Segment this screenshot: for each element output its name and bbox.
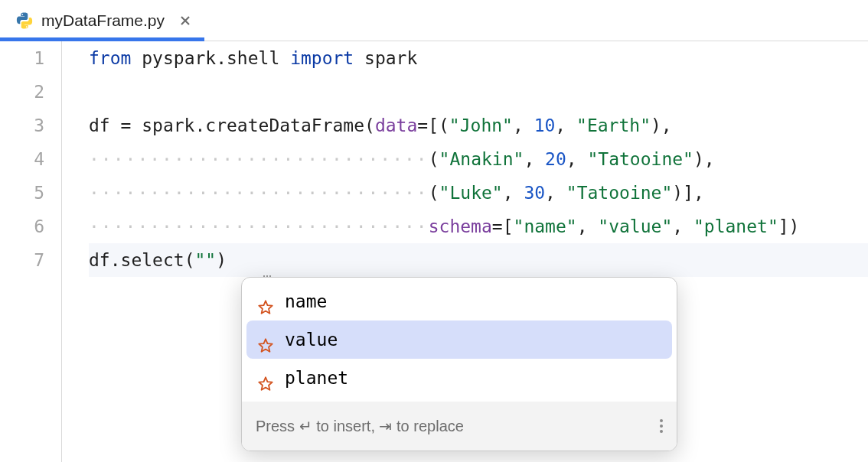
tab-bar: myDataFrame.py bbox=[0, 0, 868, 41]
code-content[interactable]: from pyspark.shell import spark df = spa… bbox=[61, 41, 868, 462]
code-text: df. bbox=[89, 250, 121, 270]
completion-hint: Press ↵ to insert, ⇥ to replace bbox=[242, 402, 677, 451]
string-literal: "Tatooine" bbox=[587, 149, 693, 169]
string-literal: "name" bbox=[514, 216, 577, 236]
string-literal: "planet" bbox=[693, 216, 778, 236]
code-line[interactable] bbox=[89, 75, 868, 109]
line-number: 5 bbox=[0, 176, 44, 210]
completion-popup: name value planet Press ↵ to insert, ⇥ t… bbox=[241, 277, 677, 451]
paren: ( bbox=[184, 250, 195, 270]
code-line[interactable]: ····························schema=["nam… bbox=[89, 210, 868, 243]
completion-label: planet bbox=[285, 361, 348, 395]
code-line-current[interactable]: df.select("") bbox=[89, 243, 868, 277]
completion-item-planet[interactable]: planet bbox=[246, 359, 672, 397]
line-number: 7 bbox=[0, 243, 44, 277]
line-number-gutter: 1 2 3 4 5 6 7 bbox=[0, 41, 61, 462]
code-line[interactable]: ····························("Anakin", 2… bbox=[89, 142, 868, 176]
paren: ( bbox=[364, 116, 375, 135]
code-text: df = spark. bbox=[89, 116, 205, 135]
string-literal: "Earth" bbox=[576, 116, 651, 135]
indent-guide: ···························· bbox=[89, 183, 429, 203]
line-number: 1 bbox=[0, 41, 44, 75]
python-file-icon bbox=[15, 11, 34, 30]
number-literal: 30 bbox=[524, 183, 545, 203]
punct: =[ bbox=[417, 116, 439, 135]
string-literal: "John" bbox=[449, 116, 513, 135]
editor-area[interactable]: 1 2 3 4 5 6 7 from pyspark.shell import … bbox=[0, 41, 868, 462]
line-number: 4 bbox=[0, 142, 44, 176]
module-path: pyspark.shell bbox=[142, 48, 279, 68]
string-literal: "Tatooine" bbox=[566, 183, 672, 203]
code-line[interactable]: ····························("Luke", 30,… bbox=[89, 176, 868, 210]
named-arg: data bbox=[375, 116, 417, 135]
close-icon[interactable] bbox=[178, 14, 192, 28]
string-literal: "Luke" bbox=[439, 183, 503, 203]
named-arg: schema bbox=[429, 216, 492, 236]
code-line[interactable]: from pyspark.shell import spark bbox=[89, 41, 868, 75]
string-literal: "" bbox=[195, 250, 217, 270]
completion-label: name bbox=[285, 285, 327, 318]
star-icon bbox=[257, 369, 274, 386]
completion-item-value[interactable]: value bbox=[246, 320, 672, 359]
keyword-from: from bbox=[89, 48, 131, 68]
star-icon bbox=[257, 293, 274, 310]
completion-item-name[interactable]: name bbox=[246, 282, 672, 320]
string-literal: "value" bbox=[598, 216, 672, 236]
completion-label: value bbox=[285, 323, 338, 356]
number-literal: 10 bbox=[534, 116, 556, 135]
number-literal: 20 bbox=[545, 149, 566, 169]
tab-label: myDataFrame.py bbox=[41, 11, 165, 30]
indent-guide: ···························· bbox=[89, 149, 429, 169]
line-number: 6 bbox=[0, 210, 44, 243]
imported-name: spark bbox=[364, 48, 417, 68]
line-number: 3 bbox=[0, 109, 44, 142]
completion-hint-text: Press ↵ to insert, ⇥ to replace bbox=[256, 409, 464, 443]
tab-mydataframe[interactable]: myDataFrame.py bbox=[0, 0, 204, 41]
star-icon bbox=[257, 331, 274, 348]
code-line[interactable]: df = spark.createDataFrame(data=[("John"… bbox=[89, 109, 868, 142]
more-options-icon[interactable] bbox=[660, 419, 663, 433]
method-name: createDataFrame bbox=[205, 116, 364, 135]
line-number: 2 bbox=[0, 75, 44, 109]
paren: ) bbox=[216, 250, 227, 270]
string-literal: "Anakin" bbox=[439, 149, 524, 169]
completion-list: name value planet bbox=[242, 278, 677, 402]
indent-guide: ···························· bbox=[89, 216, 429, 236]
method-name: select bbox=[121, 250, 184, 270]
keyword-import: import bbox=[290, 48, 354, 68]
